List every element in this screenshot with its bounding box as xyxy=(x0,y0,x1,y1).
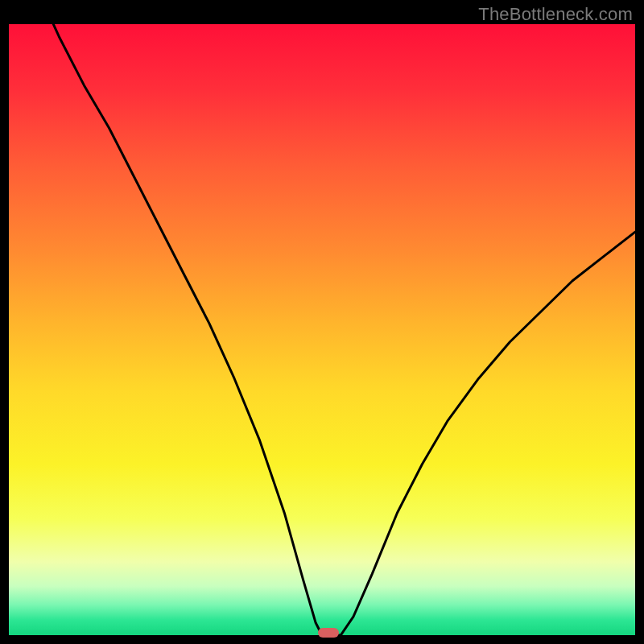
bottleneck-curve xyxy=(9,24,635,635)
curve-path xyxy=(9,24,635,635)
minimum-marker xyxy=(318,628,339,638)
plot-area xyxy=(9,24,635,635)
watermark-text: TheBottleneck.com xyxy=(478,4,633,25)
chart-stage: TheBottleneck.com xyxy=(0,0,644,644)
